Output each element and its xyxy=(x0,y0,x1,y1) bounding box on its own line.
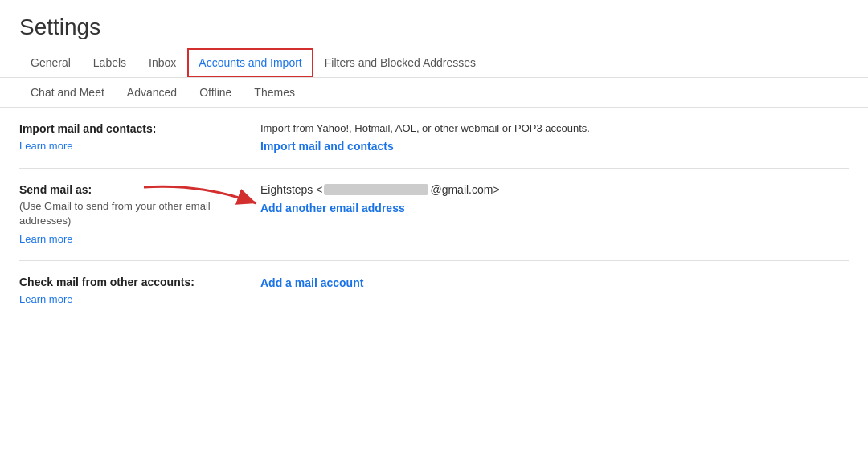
section-import-label: Import mail and contacts: Learn more xyxy=(19,122,260,153)
section-import-title: Import mail and contacts: xyxy=(19,122,244,135)
section-send-mail: Send mail as: (Use Gmail to send from yo… xyxy=(19,169,849,261)
tabs-row1: General Labels Inbox Accounts and Import… xyxy=(0,48,868,78)
section-import: Import mail and contacts: Learn more Imp… xyxy=(19,108,849,169)
tabs-row2: Chat and Meet Advanced Offline Themes xyxy=(0,78,868,108)
send-mail-email-prefix: Eightsteps < xyxy=(260,183,322,196)
tab-themes[interactable]: Themes xyxy=(243,78,306,107)
arrow-annotation xyxy=(136,179,264,223)
section-import-learn-more[interactable]: Learn more xyxy=(19,140,72,152)
tab-general[interactable]: General xyxy=(19,48,82,77)
tab-labels[interactable]: Labels xyxy=(82,48,137,77)
tab-chat-and-meet[interactable]: Chat and Meet xyxy=(19,78,116,107)
tab-accounts-and-import[interactable]: Accounts and Import xyxy=(187,48,313,77)
send-mail-email-blurred xyxy=(324,184,428,195)
section-check-mail: Check mail from other accounts: Learn mo… xyxy=(19,261,849,321)
section-send-mail-content: Eightsteps < @gmail.com> Add another ema… xyxy=(260,183,849,215)
add-another-email-link[interactable]: Add another email address xyxy=(260,202,405,215)
send-mail-user-display: Eightsteps < @gmail.com> xyxy=(260,183,849,196)
section-check-mail-learn-more[interactable]: Learn more xyxy=(19,293,72,305)
section-check-mail-title: Check mail from other accounts: xyxy=(19,276,244,288)
import-mail-contacts-link[interactable]: Import mail and contacts xyxy=(260,140,394,153)
tab-advanced[interactable]: Advanced xyxy=(116,78,188,107)
add-mail-account-link[interactable]: Add a mail account xyxy=(260,276,363,289)
tab-inbox[interactable]: Inbox xyxy=(137,48,187,77)
section-check-mail-label: Check mail from other accounts: Learn mo… xyxy=(19,276,260,306)
content-area: Import mail and contacts: Learn more Imp… xyxy=(0,108,868,321)
section-check-mail-content: Add a mail account xyxy=(260,276,849,290)
section-send-mail-learn-more[interactable]: Learn more xyxy=(19,233,72,245)
tab-offline[interactable]: Offline xyxy=(188,78,243,107)
send-mail-email-suffix: @gmail.com> xyxy=(430,183,499,196)
page-title: Settings xyxy=(0,0,868,48)
section-import-content: Import from Yahoo!, Hotmail, AOL, or oth… xyxy=(260,122,849,153)
tab-filters-and-blocked[interactable]: Filters and Blocked Addresses xyxy=(313,48,487,77)
section-import-description: Import from Yahoo!, Hotmail, AOL, or oth… xyxy=(260,122,849,134)
